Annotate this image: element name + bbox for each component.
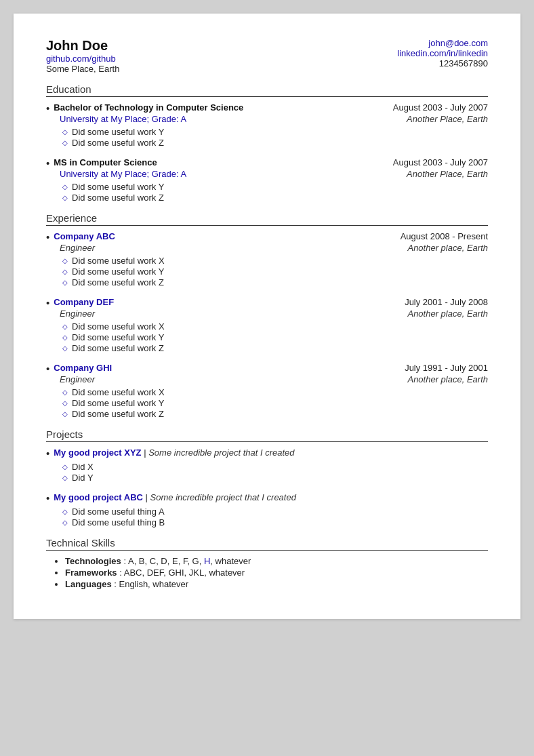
- phone-number: 1234567890: [397, 58, 488, 68]
- experience-entry-2-dates: July 1991 - July 2001: [405, 363, 488, 373]
- experience-entry-0-role: Engineer: [60, 243, 95, 253]
- list-item: Did some useful work X: [62, 387, 488, 397]
- experience-entry-0-location: Another place, Earth: [407, 243, 488, 253]
- list-item: Did some useful work X: [62, 321, 488, 332]
- experience-entry-0-bullet-wrapper: • Company ABC: [46, 231, 115, 243]
- education-entry-0-degree: Bachelor of Technology in Computer Scien…: [54, 102, 243, 113]
- list-item: Did some useful work Z: [62, 343, 488, 353]
- education-entry-0-dates: August 2003 - July 2007: [393, 102, 488, 113]
- experience-entry-2-role: Engineer: [60, 374, 95, 384]
- list-item: Did some useful work Y: [62, 182, 488, 192]
- list-item: Did some useful work Y: [62, 266, 488, 277]
- full-name: John Doe: [46, 38, 119, 54]
- education-entry-0-location: Another Place, Earth: [407, 114, 488, 124]
- resume-document: John Doe github.com/github Some Place, E…: [14, 14, 520, 619]
- project-entry-1-bullets: Did some useful thing A Did some useful …: [62, 506, 488, 528]
- experience-entry-1-bullet-wrapper: • Company DEF: [46, 297, 114, 309]
- project-separator-1: |: [146, 492, 150, 502]
- project-entry-1-description: Some incredible project that I created: [150, 492, 296, 502]
- list-item: Did some useful work Z: [62, 409, 488, 419]
- skill-value-0: A, B, C, D, E, F, G,: [128, 556, 204, 566]
- experience-entry-0-company: Company ABC: [54, 231, 115, 241]
- experience-entry-0-bullets: Did some useful work X Did some useful w…: [62, 256, 488, 287]
- education-entry-1-header: • MS in Computer Science August 2003 - J…: [46, 157, 488, 169]
- project-entry-0: • My good project XYZ | Some incredible …: [46, 447, 488, 483]
- education-entry-1-bullet-wrapper: • MS in Computer Science: [46, 157, 157, 169]
- project-entry-1-name[interactable]: My good project ABC: [54, 492, 143, 502]
- github-link[interactable]: github.com/github: [46, 54, 116, 64]
- experience-entry-0-header: • Company ABC August 2008 - Present: [46, 231, 488, 243]
- experience-entry-1-header: • Company DEF July 2001 - July 2008: [46, 297, 488, 309]
- project-entry-0-bullets: Did X Did Y: [62, 462, 488, 483]
- skill-link-h[interactable]: H: [204, 556, 210, 566]
- list-item: Did some useful work Z: [62, 277, 488, 287]
- project-entry-1-header: • My good project ABC | Some incredible …: [46, 492, 488, 504]
- experience-entry-1-location: Another place, Earth: [407, 309, 488, 319]
- list-item: Did some useful work Y: [62, 127, 488, 137]
- list-item: Did X: [62, 462, 488, 472]
- list-item: Did some useful work Y: [62, 398, 488, 408]
- education-section-title: Education: [46, 83, 488, 97]
- skill-item-1: Frameworks : ABC, DEF, GHI, JKL, whateve…: [65, 568, 488, 578]
- list-item: Did some useful thing B: [62, 517, 488, 528]
- experience-section-title: Experience: [46, 212, 488, 226]
- education-entry-1-sub: University at My Place; Grade: A Another…: [46, 169, 488, 179]
- education-entry-1-dates: August 2003 - July 2007: [393, 157, 488, 167]
- education-entry-1-bullets: Did some useful work Y Did some useful w…: [62, 182, 488, 203]
- skill-colon-0: :: [121, 556, 126, 566]
- header-right: john@doe.com linkedin.com/in/linkedin 12…: [397, 38, 488, 68]
- projects-section-title: Projects: [46, 429, 488, 442]
- education-entry-1-university: University at My Place; Grade: A: [60, 169, 186, 179]
- experience-entry-0: • Company ABC August 2008 - Present Engi…: [46, 231, 488, 287]
- resume-header: John Doe github.com/github Some Place, E…: [46, 38, 488, 74]
- linkedin-link[interactable]: linkedin.com/in/linkedin: [397, 48, 488, 58]
- experience-entry-2-location: Another place, Earth: [407, 374, 488, 384]
- project-entry-1-title-line: My good project ABC | Some incredible pr…: [54, 492, 296, 502]
- skill-value-0b: , whatever: [210, 556, 251, 566]
- skill-value-1: ABC, DEF, GHI, JKL, whatever: [124, 568, 245, 578]
- experience-entry-1: • Company DEF July 2001 - July 2008 Engi…: [46, 297, 488, 353]
- education-entry-0: • Bachelor of Technology in Computer Sci…: [46, 102, 488, 148]
- skills-section: Technical Skills Technologies : A, B, C,…: [46, 537, 488, 589]
- skill-item-0: Technologies : A, B, C, D, E, F, G, H, w…: [65, 556, 488, 566]
- list-item: Did some useful work Z: [62, 193, 488, 203]
- project-entry-0-title-line: My good project XYZ | Some incredible pr…: [54, 447, 294, 458]
- header-left: John Doe github.com/github Some Place, E…: [46, 38, 119, 74]
- skill-label-1: Frameworks: [65, 568, 117, 578]
- experience-entry-0-sub: Engineer Another place, Earth: [46, 243, 488, 253]
- skill-colon-1: :: [117, 568, 122, 578]
- experience-entry-2-company: Company GHI: [54, 363, 112, 373]
- education-section: Education • Bachelor of Technology in Co…: [46, 83, 488, 203]
- education-entry-0-sub: University at My Place; Grade: A Another…: [46, 114, 488, 124]
- experience-entry-2-bullets: Did some useful work X Did some useful w…: [62, 387, 488, 419]
- experience-entry-1-company: Company DEF: [54, 297, 114, 307]
- skill-colon-2: :: [112, 579, 117, 589]
- experience-entry-1-sub: Engineer Another place, Earth: [46, 309, 488, 319]
- project-entry-1: • My good project ABC | Some incredible …: [46, 492, 488, 528]
- list-item: Did some useful work X: [62, 256, 488, 266]
- experience-entry-2-bullet-wrapper: • Company GHI: [46, 363, 112, 374]
- experience-entry-2-sub: Engineer Another place, Earth: [46, 374, 488, 384]
- project-entry-0-header: • My good project XYZ | Some incredible …: [46, 447, 488, 459]
- email-link[interactable]: john@doe.com: [397, 38, 488, 48]
- experience-entry-1-bullets: Did some useful work X Did some useful w…: [62, 321, 488, 353]
- experience-section: Experience • Company ABC August 2008 - P…: [46, 212, 488, 419]
- project-entry-0-description: Some incredible project that I created: [148, 447, 294, 458]
- experience-entry-1-dates: July 2001 - July 2008: [405, 297, 488, 307]
- education-entry-1-degree: MS in Computer Science: [54, 157, 157, 167]
- list-item: Did Y: [62, 473, 488, 483]
- skill-label-2: Languages: [65, 579, 112, 589]
- location: Some Place, Earth: [46, 64, 119, 74]
- skill-value-2: English, whatever: [119, 579, 188, 589]
- education-entry-0-header: • Bachelor of Technology in Computer Sci…: [46, 102, 488, 114]
- skills-section-title: Technical Skills: [46, 537, 488, 551]
- projects-section: Projects • My good project XYZ | Some in…: [46, 429, 488, 528]
- list-item: Did some useful thing A: [62, 506, 488, 517]
- skill-label-0: Technologies: [65, 556, 121, 566]
- education-entry-1: • MS in Computer Science August 2003 - J…: [46, 157, 488, 203]
- experience-entry-2-header: • Company GHI July 1991 - July 2001: [46, 363, 488, 374]
- experience-entry-0-dates: August 2008 - Present: [400, 231, 488, 241]
- list-item: Did some useful work Y: [62, 332, 488, 342]
- experience-entry-1-role: Engineer: [60, 309, 95, 319]
- project-entry-0-name[interactable]: My good project XYZ: [54, 447, 141, 458]
